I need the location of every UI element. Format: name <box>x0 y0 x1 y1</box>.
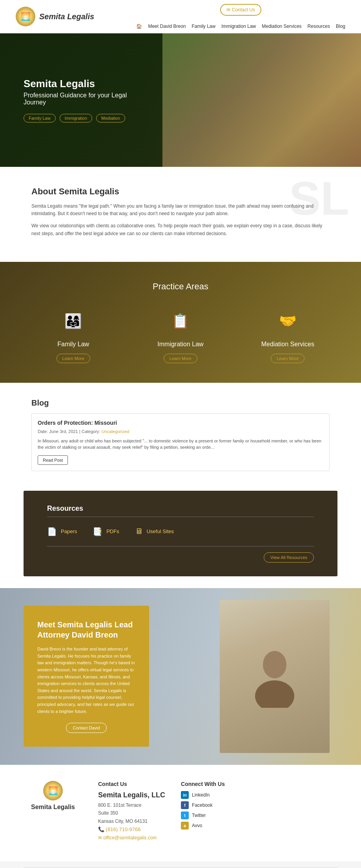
linkedin-label: LinkedIn <box>192 792 210 798</box>
mediation-name: Mediation Services <box>238 341 337 348</box>
practice-title: Practice Areas <box>24 281 337 292</box>
footer-bottom-divider <box>24 867 337 868</box>
resources-section: Resources 📄 Papers 📑 PDFs 🖥 Useful Sites… <box>24 491 337 576</box>
hero-section: Semita Legalis Professional Guidance for… <box>0 33 361 167</box>
contact-us-button[interactable]: ✉ Contact Us <box>220 4 261 16</box>
twitter-icon: t <box>181 811 189 819</box>
blog-date: Date: June 3rd, 2021 <box>38 429 78 434</box>
linkedin-icon: in <box>181 791 189 799</box>
footer-connect-col: Connect With Us in LinkedIn f Facebook t… <box>181 781 225 842</box>
blog-meta: Date: June 3rd, 2021 | Category: Uncateg… <box>38 429 323 434</box>
logo-icon: 🌅 <box>16 7 35 26</box>
attorney-card: Meet Semita Legalis Lead Attorney David … <box>24 606 149 747</box>
hero-tag-mediation[interactable]: Mediation <box>96 114 125 122</box>
hero-title: Semita Legalis <box>24 78 141 90</box>
blog-category-link[interactable]: Uncategorized <box>102 429 129 434</box>
hero-tag-family-law[interactable]: Family Law <box>24 114 56 122</box>
nav-mediation-services[interactable]: Mediation Services <box>262 24 301 29</box>
pdfs-icon: 📑 <box>93 527 102 536</box>
footer-logo-area: 🌅 Semita Legalis <box>24 781 82 842</box>
nav-resources[interactable]: Resources <box>308 24 330 29</box>
footer-address: 800 E. 101st Terrace Suite 350 Kansas Ci… <box>98 801 165 842</box>
resources-title: Resources <box>47 504 314 517</box>
attorney-section: Meet Semita Legalis Lead Attorney David … <box>0 588 361 765</box>
header-right: ✉ Contact Us 🏠 Meet David Breon Family L… <box>136 4 345 29</box>
main-nav: 🏠 Meet David Breon Family Law Immigratio… <box>136 24 345 29</box>
mediation-learn-more[interactable]: Learn More <box>271 354 304 363</box>
footer-address-line3: Kansas City, MO 64131 <box>98 817 165 825</box>
mediation-icon: 🤝 <box>274 307 301 335</box>
footer-logo-icon: 🌅 <box>43 781 63 800</box>
nav-blog[interactable]: Blog <box>336 24 345 29</box>
resource-pdfs: 📑 PDFs <box>93 527 119 536</box>
footer-address-line1: 800 E. 101st Terrace <box>98 801 165 809</box>
social-facebook[interactable]: f Facebook <box>181 801 225 809</box>
contact-david-button[interactable]: Contact David <box>66 723 106 733</box>
blog-card: Orders of Protection: Missouri Date: Jun… <box>31 413 330 471</box>
family-law-name: Family Law <box>24 341 123 348</box>
family-law-icon: 👨‍👩‍👧 <box>60 307 87 335</box>
footer-phone[interactable]: 📞 (816) 710-9766 <box>98 825 165 834</box>
papers-label: Papers <box>61 528 77 534</box>
svg-point-0 <box>263 651 286 678</box>
footer-contact-col: Contact Us Semita Legalis, LLC 800 E. 10… <box>98 781 165 842</box>
social-avvo[interactable]: a Avvo <box>181 822 225 830</box>
logo-area: 🌅 Semita Legalis <box>16 7 94 26</box>
footer-grid: 🌅 Semita Legalis Contact Us Semita Legal… <box>24 781 337 842</box>
social-twitter[interactable]: t Twitter <box>181 811 225 819</box>
site-header: 🌅 Semita Legalis ✉ Contact Us 🏠 Meet Dav… <box>0 0 361 33</box>
resources-grid: 📄 Papers 📑 PDFs 🖥 Useful Sites <box>47 527 314 536</box>
footer-company-name: Semita Legalis, LLC <box>98 791 165 799</box>
read-post-button[interactable]: Read Post <box>38 455 68 465</box>
blog-section: Blog Orders of Protection: Missouri Date… <box>0 383 361 487</box>
practice-card-immigration-law: 📋 Immigration Law Learn More <box>131 307 230 363</box>
resource-useful-sites: 🖥 Useful Sites <box>135 527 174 536</box>
about-content: About Semita Legalis Semita Legalis mean… <box>31 186 330 238</box>
family-law-learn-more[interactable]: Learn More <box>57 354 90 363</box>
blog-post-title: Orders of Protection: Missouri <box>38 420 323 426</box>
hero-tags: Family Law Immigration Mediation <box>24 114 141 122</box>
footer-logo-text: Semita Legalis <box>31 804 75 811</box>
facebook-icon: f <box>181 801 189 809</box>
blog-excerpt: In Missouri, any adult or child who has … <box>38 438 323 451</box>
footer-contact-title: Contact Us <box>98 781 165 787</box>
attorney-card-title: Meet Semita Legalis Lead Attorney David … <box>37 619 135 640</box>
immigration-law-learn-more[interactable]: Learn More <box>164 354 197 363</box>
practice-section: Practice Areas 👨‍👩‍👧 Family Law Learn Mo… <box>0 262 361 383</box>
pdfs-label: PDFs <box>106 528 119 534</box>
nav-immigration-law[interactable]: Immigration Law <box>221 24 256 29</box>
useful-sites-icon: 🖥 <box>135 527 143 536</box>
attorney-photo <box>220 600 330 753</box>
about-paragraph-2: We view our relationships with clients a… <box>31 222 330 237</box>
footer-bottom: © 2021 Semita Legalis, LLC All rights re… <box>0 861 361 868</box>
nav-family-law[interactable]: Family Law <box>192 24 216 29</box>
immigration-law-icon: 📋 <box>167 307 194 335</box>
avvo-label: Avvo <box>192 823 202 828</box>
blog-category-label: Category: <box>82 429 100 434</box>
blog-title: Blog <box>31 398 330 408</box>
footer-address-line2: Suite 350 <box>98 809 165 817</box>
hero-content: Semita Legalis Professional Guidance for… <box>0 78 165 122</box>
resources-divider <box>47 546 314 546</box>
resource-papers: 📄 Papers <box>47 527 77 536</box>
nav-home[interactable]: 🏠 <box>136 24 142 29</box>
avvo-icon: a <box>181 822 189 830</box>
useful-sites-label: Useful Sites <box>147 528 174 534</box>
logo-text: Semita Legalis <box>39 12 94 21</box>
practice-grid: 👨‍👩‍👧 Family Law Learn More 📋 Immigratio… <box>24 307 337 363</box>
nav-meet-david[interactable]: Meet David Breon <box>148 24 186 29</box>
view-all-resources-button[interactable]: View All Resources <box>264 552 314 563</box>
hero-tag-immigration[interactable]: Immigration <box>60 114 92 122</box>
practice-card-family-law: 👨‍👩‍👧 Family Law Learn More <box>24 307 123 363</box>
about-section: SL About Semita Legalis Semita Legalis m… <box>0 167 361 262</box>
footer-connect-title: Connect With Us <box>181 781 225 787</box>
papers-icon: 📄 <box>47 527 57 536</box>
hero-image <box>162 33 361 167</box>
footer-email[interactable]: ✉ office@semitalegalis.com <box>98 834 165 842</box>
site-footer: 🌅 Semita Legalis Contact Us Semita Legal… <box>0 765 361 862</box>
about-paragraph-1: Semita Legalis means "the legal path." W… <box>31 203 330 217</box>
facebook-label: Facebook <box>192 802 213 808</box>
social-linkedin[interactable]: in LinkedIn <box>181 791 225 799</box>
about-title: About Semita Legalis <box>31 186 330 197</box>
attorney-card-text: David Breon is the founder and lead atto… <box>37 646 135 715</box>
